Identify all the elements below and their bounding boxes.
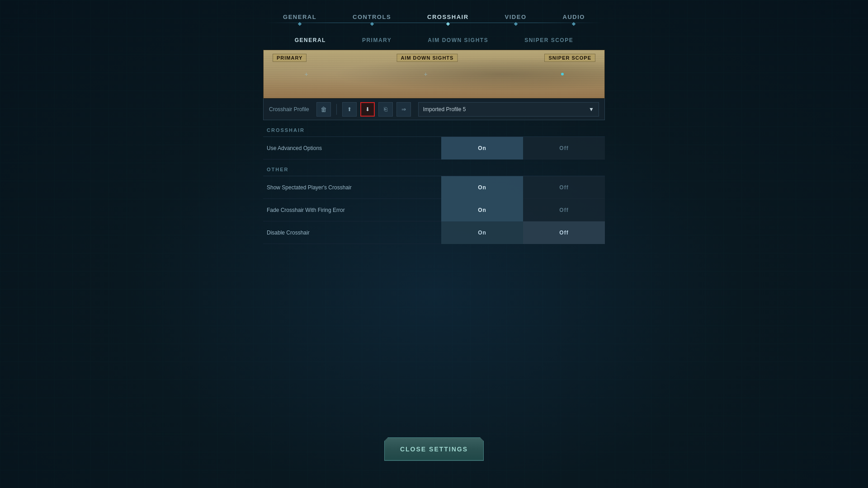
tab-dot-general: [298, 22, 302, 26]
toggle-advanced-on[interactable]: On: [441, 137, 523, 160]
toggle-spectated-on[interactable]: On: [441, 176, 523, 199]
tab-audio[interactable]: AUDIO: [545, 10, 603, 29]
toggle-disable-on[interactable]: On: [441, 221, 523, 244]
preview-label-sniper: SNIPER SCOPE: [544, 54, 595, 62]
paste-profile-button[interactable]: ⇒: [396, 102, 411, 117]
crosshair-preview: PRIMARY AIM DOWN SIGHTS SNIPER SCOPE + +: [263, 50, 605, 99]
subtab-sniper-scope[interactable]: SNIPER SCOPE: [506, 34, 591, 46]
tab-dot-crosshair: [446, 22, 450, 26]
tab-video[interactable]: VIDEO: [487, 10, 545, 29]
subtab-aim-down-sights[interactable]: AIM DOWN SIGHTS: [410, 34, 506, 46]
tab-dot-audio: [572, 22, 576, 26]
profile-bar-label: Crosshair Profile: [269, 106, 309, 113]
other-section-header: OTHER: [263, 167, 605, 176]
profile-selected-value: Imported Profile 5: [423, 106, 466, 113]
tab-dot-video: [514, 22, 517, 26]
dropdown-arrow-icon: ▼: [589, 106, 594, 113]
toggle-advanced-off[interactable]: Off: [523, 137, 605, 160]
tab-crosshair[interactable]: CROSSHAIR: [409, 10, 487, 29]
profile-divider-1: [336, 104, 337, 115]
subtab-primary[interactable]: PRIMARY: [344, 34, 410, 46]
setting-row-advanced-options: Use Advanced Options On Off: [263, 137, 605, 160]
preview-label-ads: AIM DOWN SIGHTS: [396, 54, 458, 62]
toggle-fade-off[interactable]: Off: [523, 199, 605, 221]
setting-row-fade-crosshair: Fade Crosshair With Firing Error On Off: [263, 199, 605, 221]
crosshair-primary-indicator: +: [304, 70, 308, 78]
toggle-group-advanced-options: On Off: [441, 137, 605, 160]
crosshair-ads-indicator: +: [424, 70, 427, 78]
crosshair-section-header: CROSSHAIR: [263, 127, 605, 137]
delete-profile-button[interactable]: 🗑: [316, 102, 331, 117]
profile-bar: Crosshair Profile 🗑 ⬆ ⬇ ⎗ ⇒ Imported Pro…: [263, 99, 605, 120]
toggle-spectated-off[interactable]: Off: [523, 176, 605, 199]
setting-label-advanced-options: Use Advanced Options: [263, 145, 441, 151]
tab-controls[interactable]: CONTROLS: [335, 10, 409, 29]
preview-label-primary: PRIMARY: [273, 54, 307, 62]
toggle-group-spectated-crosshair: On Off: [441, 176, 605, 199]
close-settings-button[interactable]: CLOSE SETTINGS: [384, 437, 484, 461]
setting-label-disable-crosshair: Disable Crosshair: [263, 230, 441, 236]
toggle-group-fade-crosshair: On Off: [441, 199, 605, 221]
crosshair-sniper-indicator: [561, 73, 564, 75]
tab-general[interactable]: GENERAL: [265, 10, 335, 29]
close-settings-wrapper: CLOSE SETTINGS: [384, 437, 484, 461]
copy-profile-button[interactable]: ⎗: [378, 102, 393, 117]
export-profile-button[interactable]: ⬆: [342, 102, 357, 117]
tab-dot-controls: [370, 22, 373, 26]
setting-row-spectated-crosshair: Show Spectated Player's Crosshair On Off: [263, 176, 605, 199]
subtab-general[interactable]: GENERAL: [277, 34, 344, 46]
profile-dropdown[interactable]: Imported Profile 5 ▼: [418, 102, 599, 117]
settings-panel: CROSSHAIR Use Advanced Options On Off OT…: [263, 127, 605, 244]
toggle-group-disable-crosshair: On Off: [441, 221, 605, 244]
setting-label-fade-crosshair: Fade Crosshair With Firing Error: [263, 207, 441, 213]
toggle-fade-on[interactable]: On: [441, 199, 523, 221]
setting-label-spectated-crosshair: Show Spectated Player's Crosshair: [263, 184, 441, 191]
import-profile-button[interactable]: ⬇: [360, 102, 375, 117]
toggle-disable-off[interactable]: Off: [523, 221, 605, 244]
setting-row-disable-crosshair: Disable Crosshair On Off: [263, 221, 605, 244]
